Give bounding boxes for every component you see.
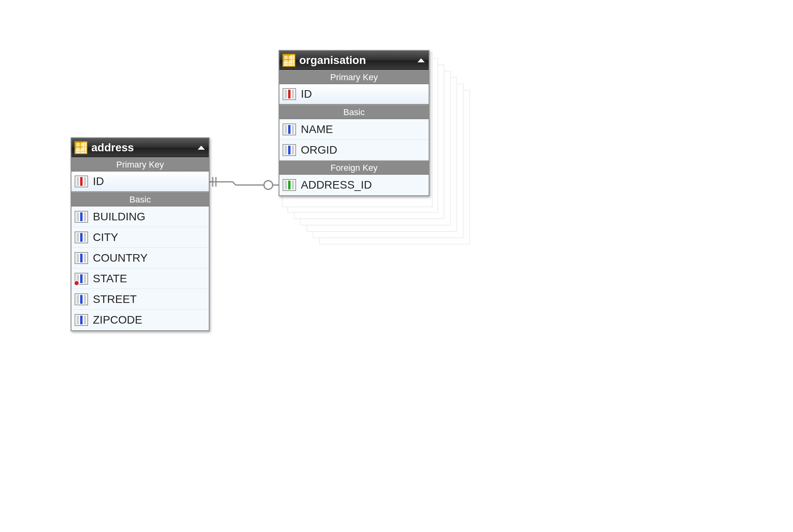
svg-rect-18 xyxy=(80,254,83,262)
column-pk-icon xyxy=(283,87,296,101)
column-name: ZIPCODE xyxy=(93,314,142,326)
svg-rect-15 xyxy=(84,233,86,242)
collapse-icon[interactable] xyxy=(418,58,425,62)
svg-rect-38 xyxy=(285,125,287,134)
section-foreign-key: Foreign Key xyxy=(279,160,429,175)
column-row[interactable]: ID xyxy=(71,172,209,192)
column-icon xyxy=(283,143,296,157)
er-diagram-canvas[interactable]: address Primary Key ID Basic BUILDING xyxy=(0,0,793,532)
column-row[interactable]: ADDRESS_ID xyxy=(279,175,429,195)
svg-rect-23 xyxy=(84,274,86,283)
entity-address-header[interactable]: address xyxy=(71,138,209,157)
column-row[interactable]: STATE xyxy=(71,268,209,289)
column-name: STATE xyxy=(93,272,127,285)
svg-rect-30 xyxy=(77,316,79,324)
svg-rect-40 xyxy=(292,125,294,134)
column-pk-icon xyxy=(75,175,88,188)
table-icon xyxy=(75,141,87,154)
svg-point-24 xyxy=(75,281,79,285)
column-row[interactable]: STREET xyxy=(71,289,209,310)
entity-address-title: address xyxy=(87,141,198,154)
table-icon xyxy=(283,54,295,67)
svg-rect-27 xyxy=(80,295,83,304)
column-icon xyxy=(75,231,88,244)
collapse-icon[interactable] xyxy=(198,146,205,150)
column-name: ID xyxy=(93,175,104,188)
svg-rect-5 xyxy=(77,177,79,186)
section-primary-key: Primary Key xyxy=(279,70,429,84)
column-icon xyxy=(75,251,88,265)
svg-rect-48 xyxy=(292,181,294,189)
svg-rect-19 xyxy=(84,254,86,262)
section-basic: Basic xyxy=(71,192,209,206)
svg-rect-26 xyxy=(77,295,79,304)
column-row[interactable]: COUNTRY xyxy=(71,248,209,268)
entity-organisation-title: organisation xyxy=(295,54,418,67)
column-row[interactable]: NAME xyxy=(279,119,429,140)
svg-point-2 xyxy=(264,181,273,189)
column-name: COUNTRY xyxy=(93,252,148,264)
entity-organisation[interactable]: organisation Primary Key ID Basic NAME xyxy=(279,50,429,196)
svg-rect-46 xyxy=(285,181,287,189)
svg-rect-34 xyxy=(285,90,287,98)
svg-rect-42 xyxy=(285,146,287,154)
svg-rect-31 xyxy=(80,316,83,324)
column-row[interactable]: ORGID xyxy=(279,140,429,160)
svg-rect-44 xyxy=(292,146,294,154)
svg-rect-14 xyxy=(80,233,83,242)
column-icon xyxy=(75,210,88,224)
svg-rect-6 xyxy=(80,177,83,186)
svg-rect-39 xyxy=(288,125,291,134)
relation-address-organisation xyxy=(209,175,280,191)
section-primary-key: Primary Key xyxy=(71,157,209,172)
column-row[interactable]: ZIPCODE xyxy=(71,310,209,330)
column-name: NAME xyxy=(301,123,333,136)
svg-rect-28 xyxy=(84,295,86,304)
svg-rect-35 xyxy=(288,90,291,98)
column-icon xyxy=(75,313,88,327)
column-row[interactable]: CITY xyxy=(71,227,209,248)
svg-rect-13 xyxy=(77,233,79,242)
svg-rect-11 xyxy=(84,212,86,221)
entity-organisation-header[interactable]: organisation xyxy=(279,51,429,70)
entity-address[interactable]: address Primary Key ID Basic BUILDING xyxy=(71,137,210,331)
svg-rect-10 xyxy=(80,212,83,221)
column-name: ID xyxy=(301,88,312,100)
section-basic: Basic xyxy=(279,105,429,119)
column-icon xyxy=(75,293,88,306)
svg-rect-36 xyxy=(292,90,294,98)
column-row[interactable]: ID xyxy=(279,84,429,105)
svg-rect-32 xyxy=(84,316,86,324)
column-name: BUILDING xyxy=(93,210,145,223)
svg-rect-47 xyxy=(288,181,291,189)
column-fk-icon xyxy=(283,178,296,192)
column-name: STREET xyxy=(93,293,137,306)
svg-rect-9 xyxy=(77,212,79,221)
column-name: ADDRESS_ID xyxy=(301,179,372,191)
svg-rect-43 xyxy=(288,146,291,154)
column-icon xyxy=(283,123,296,136)
column-name: ORGID xyxy=(301,144,337,156)
svg-rect-17 xyxy=(77,254,79,262)
column-warning-icon xyxy=(75,272,88,285)
column-row[interactable]: BUILDING xyxy=(71,206,209,227)
svg-rect-7 xyxy=(84,177,86,186)
svg-rect-22 xyxy=(80,274,83,283)
column-name: CITY xyxy=(93,231,118,244)
